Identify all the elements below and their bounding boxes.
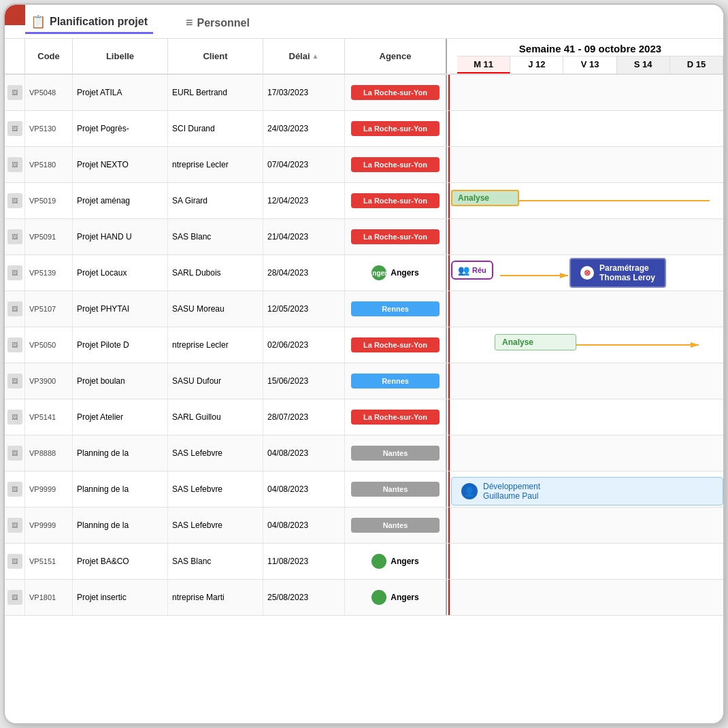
col-client-header: Client [168, 39, 263, 73]
day-header-sun: D 15 [670, 56, 723, 73]
row-delai: 12/05/2023 [263, 291, 345, 327]
table-row: 🖼 VP1801 Projet insertic ntreprise Marti… [5, 580, 723, 616]
row-icon: 🖼 [7, 121, 22, 136]
row-icon-cell: 🖼 [5, 255, 25, 291]
agence-badge: La Roche-sur-Yon [351, 157, 440, 172]
row-agence: La Roche-sur-Yon [345, 219, 447, 254]
row-libelle: Planning de la [73, 508, 168, 543]
col-icon-header [5, 39, 25, 73]
dev-info: Développement Guillaume Paul [483, 482, 540, 501]
row-libelle: Projet BA&CO [73, 544, 168, 579]
row-agence: La Roche-sur-Yon [345, 183, 447, 218]
col-agence-header: Agence [345, 39, 447, 73]
row-delai: 25/08/2023 [263, 580, 345, 615]
row-libelle: Projet HAND U [73, 219, 168, 254]
table-body: 🖼 VP5048 Projet ATILA EURL Bertrand 17/0… [5, 75, 723, 725]
calendar-header: Semaine 41 - 09 octobre 2023 M 11 J 12 V… [457, 39, 723, 73]
reu-badge[interactable]: 👥 Réu [451, 261, 493, 280]
row-client: ntreprise Marti [168, 580, 263, 615]
row-code: VP5139 [25, 255, 73, 291]
row-icon: 🖼 [7, 590, 22, 605]
row-delai: 28/04/2023 [263, 255, 345, 291]
agence-badge: Nantes [351, 446, 440, 461]
agence-badge: La Roche-sur-Yon [351, 193, 440, 208]
row-client: SARL Guillou [168, 399, 263, 435]
row-code: VP5180 [25, 147, 73, 182]
row-code: VP5050 [25, 327, 73, 363]
row-icon: 🖼 [7, 337, 22, 352]
week-title: Semaine 41 - 09 octobre 2023 [457, 39, 723, 56]
row-client: EURL Bertrand [168, 75, 263, 110]
row-agence: Angers Angers [345, 255, 447, 291]
table-row: 🖼 VP5091 Projet HAND U SAS Blanc 21/04/2… [5, 219, 723, 255]
row-delai: 11/08/2023 [263, 544, 345, 579]
row-agence: La Roche-sur-Yon [345, 75, 447, 110]
gantt-analyse-outline[interactable]: Analyse [495, 334, 576, 350]
row-icon-cell: 🖼 [5, 544, 25, 579]
agence-badge: La Roche-sur-Yon [351, 410, 440, 425]
row-client: SAS Blanc [168, 544, 263, 579]
row-libelle: Projet Pogrès- [73, 111, 168, 146]
row-client: SAS Lefebvre [168, 435, 263, 471]
table-row: 🖼 VP9999 Planning de la SAS Lefebvre 04/… [5, 471, 723, 508]
param-label: Paramétrage [599, 263, 655, 273]
row-libelle: Projet Locaux [73, 255, 168, 291]
dev-person-icon: 👤 [461, 483, 478, 499]
row-delai: 21/04/2023 [263, 219, 345, 254]
row-delai: 04/08/2023 [263, 435, 345, 471]
row-code: VP5019 [25, 183, 73, 218]
agence-badge: La Roche-sur-Yon [351, 121, 440, 136]
row-icon-cell: 🖼 [5, 363, 25, 399]
reu-icon: 👥 [458, 265, 469, 276]
row-code: VP1801 [25, 580, 73, 615]
row-agence: Rennes [345, 291, 447, 327]
gantt-connector [500, 270, 575, 281]
row-icon-cell: 🖼 [5, 471, 25, 507]
row-delai: 12/04/2023 [263, 183, 345, 218]
row-icon-cell: 🖼 [5, 399, 25, 435]
param-popup[interactable]: ⊗ Paramétrage Thomas Leroy [569, 258, 666, 288]
param-icon: ⊗ [580, 266, 594, 280]
gantt-analyse-bar[interactable]: Analyse [451, 190, 519, 206]
row-delai: 17/03/2023 [263, 75, 345, 110]
row-client: SAS Blanc [168, 219, 263, 254]
row-client: SCI Durand [168, 111, 263, 146]
sort-icon[interactable]: ▲ [312, 52, 319, 60]
table-row: 🖼 VP9999 Planning de la SAS Lefebvre 04/… [5, 508, 723, 544]
table-row: 🖼 VP5019 Projet aménag SA Girard 12/04/2… [5, 183, 723, 219]
main-content: Code Libelle Client Délai ▲ Agence Semai… [5, 39, 723, 725]
row-icon: 🖼 [7, 446, 22, 461]
agence-label: Angers [391, 268, 418, 278]
gantt-arrow [519, 194, 723, 208]
row-icon-cell: 🖼 [5, 219, 25, 254]
agence-badge: Nantes [351, 518, 440, 533]
day-header-sat: S 14 [617, 56, 670, 73]
table-row: 🖼 VP5180 Projet NEXTO ntreprise Lecler 0… [5, 147, 723, 183]
agence-badge: La Roche-sur-Yon [351, 337, 440, 352]
row-libelle: Projet NEXTO [73, 147, 168, 182]
row-libelle: Planning de la [73, 435, 168, 471]
agence-badge: La Roche-sur-Yon [351, 85, 440, 100]
row-delai: 04/08/2023 [263, 471, 345, 507]
gantt-arrow2 [576, 338, 712, 352]
row-client: ntreprise Lecler [168, 147, 263, 182]
row-icon-cell: 🖼 [5, 75, 25, 110]
row-agence: Nantes [345, 508, 447, 543]
tab-personnel[interactable]: ≡ Personnel [180, 13, 255, 33]
row-libelle: Projet ATILA [73, 75, 168, 110]
param-person: Thomas Leroy [599, 273, 655, 282]
planification-icon: 📋 [31, 14, 46, 29]
row-agence: Angers [345, 580, 447, 615]
row-libelle: Projet Atelier [73, 399, 168, 435]
row-delai: 28/07/2023 [263, 399, 345, 435]
day-header-mon: M 11 [457, 56, 510, 73]
table-row: 🖼 VP3900 Projet boulan SASU Dufour 15/06… [5, 363, 723, 399]
table-row: 🖼 VP5141 Projet Atelier SARL Guillou 28/… [5, 399, 723, 435]
row-code: VP9999 [25, 508, 73, 543]
tab-planification[interactable]: 📋 Planification projet [25, 12, 153, 34]
table-row: 🖼 VP8888 Planning de la SAS Lefebvre 04/… [5, 435, 723, 471]
tab-planification-label: Planification projet [50, 16, 148, 28]
tab-personnel-label: Personnel [197, 17, 250, 29]
dev-popup[interactable]: 👤 Développement Guillaume Paul [451, 477, 723, 506]
gantt-analyse-label: Analyse [458, 193, 489, 203]
